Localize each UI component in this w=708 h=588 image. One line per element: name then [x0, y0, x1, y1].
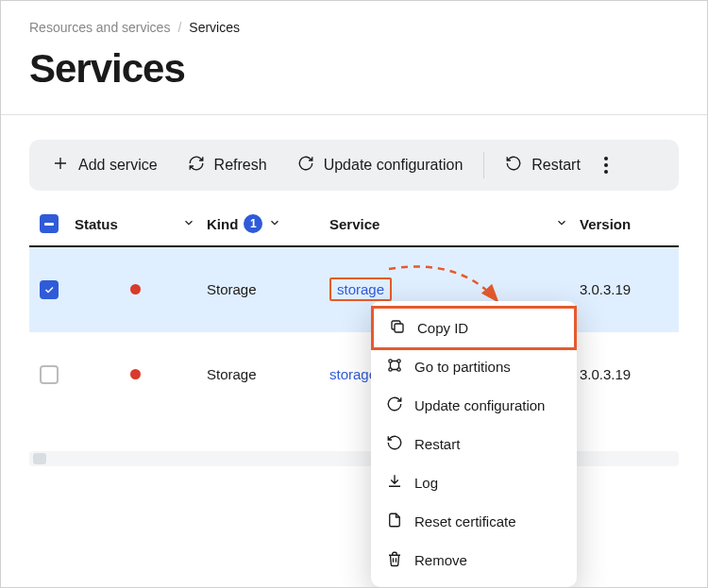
svg-point-3 — [389, 368, 392, 371]
cell-version: 3.0.3.19 — [574, 366, 679, 382]
restart-icon — [386, 434, 403, 454]
copy-icon — [389, 318, 406, 338]
select-all-checkbox[interactable] — [40, 214, 59, 233]
partitions-icon — [386, 357, 403, 377]
context-menu: Copy ID Go to partitions Update configur… — [371, 301, 577, 587]
status-indicator-icon — [130, 284, 141, 294]
toolbar: Add service Refresh Update configuration… — [29, 140, 679, 191]
update-config-button[interactable]: Update configuration — [284, 147, 477, 183]
refresh-label: Refresh — [214, 157, 267, 174]
menu-log[interactable]: Log — [371, 463, 577, 502]
table-row[interactable]: Storage storage 3.0.3.19 — [29, 332, 679, 417]
breadcrumb-separator: / — [177, 20, 181, 35]
toolbar-divider — [483, 152, 484, 178]
menu-restart[interactable]: Restart — [371, 425, 577, 463]
menu-remove[interactable]: Remove — [371, 541, 577, 580]
update-icon — [297, 155, 314, 176]
column-version-label: Version — [580, 216, 631, 232]
kind-filter-badge: 1 — [244, 214, 262, 233]
menu-reset-cert-label: Reset certificate — [414, 513, 516, 529]
plus-icon — [52, 155, 69, 176]
restart-icon — [505, 155, 522, 176]
svg-point-4 — [397, 368, 400, 371]
column-status-label: Status — [75, 216, 118, 232]
column-kind[interactable]: Kind 1 — [201, 214, 324, 233]
restart-label: Restart — [531, 157, 581, 174]
download-icon — [386, 473, 403, 493]
cell-kind: Storage — [201, 366, 324, 382]
chevron-down-icon — [268, 216, 281, 232]
column-service[interactable]: Service — [324, 216, 574, 232]
breadcrumb-root[interactable]: Resources and services — [29, 20, 170, 35]
menu-reset-cert[interactable]: Reset certificate — [371, 502, 577, 541]
refresh-icon — [188, 155, 205, 176]
add-service-button[interactable]: Add service — [39, 147, 171, 183]
menu-log-label: Log — [414, 475, 438, 491]
breadcrumb: Resources and services / Services — [29, 20, 679, 35]
menu-remove-label: Remove — [414, 552, 467, 568]
column-service-label: Service — [329, 216, 379, 232]
menu-go-partitions[interactable]: Go to partitions — [371, 347, 577, 386]
update-config-label: Update configuration — [324, 157, 464, 174]
service-link[interactable]: storage — [329, 277, 392, 301]
chevron-down-icon — [182, 216, 195, 232]
column-version[interactable]: Version — [574, 216, 679, 232]
restart-button[interactable]: Restart — [492, 147, 594, 183]
svg-point-1 — [389, 360, 392, 362]
trash-icon — [386, 550, 403, 570]
row-checkbox[interactable] — [40, 365, 59, 384]
breadcrumb-current: Services — [189, 20, 240, 35]
table-row[interactable]: Storage storage 3.0.3.19 — [29, 247, 679, 332]
refresh-button[interactable]: Refresh — [175, 147, 280, 183]
column-status[interactable]: Status — [69, 216, 201, 232]
menu-go-partitions-label: Go to partitions — [414, 359, 511, 375]
add-service-label: Add service — [78, 157, 158, 174]
chevron-down-icon — [555, 216, 568, 232]
menu-update-config[interactable]: Update configuration — [371, 386, 577, 425]
cell-kind: Storage — [201, 281, 324, 297]
row-checkbox[interactable] — [40, 280, 59, 299]
column-kind-label: Kind — [207, 216, 238, 232]
horizontal-scrollbar[interactable] — [29, 451, 679, 466]
update-icon — [386, 395, 403, 415]
document-icon — [386, 512, 403, 531]
menu-restart-label: Restart — [414, 436, 460, 452]
menu-update-config-label: Update configuration — [414, 397, 545, 413]
cell-version: 3.0.3.19 — [574, 281, 679, 297]
status-indicator-icon — [130, 369, 141, 379]
menu-copy-id[interactable]: Copy ID — [371, 306, 577, 350]
service-link[interactable]: storage — [329, 366, 377, 382]
more-actions-button[interactable] — [598, 149, 615, 181]
svg-rect-0 — [395, 324, 403, 332]
menu-copy-id-label: Copy ID — [417, 320, 468, 336]
svg-point-2 — [397, 360, 400, 362]
table-header: Status Kind 1 Service Version — [29, 202, 679, 247]
page-title: Services — [29, 46, 679, 92]
